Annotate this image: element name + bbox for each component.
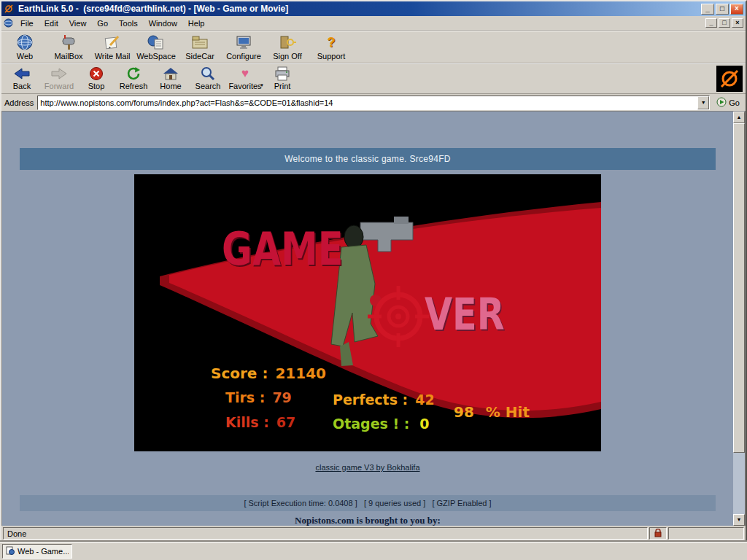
scrollbar-thumb[interactable] — [733, 123, 745, 453]
favorites-dropdown-icon[interactable]: ▼ — [260, 83, 264, 88]
document-mini-icon — [4, 18, 13, 28]
title-bar: EarthLink 5.0 - (srce94fd@earthlink.net)… — [1, 1, 746, 16]
script-info-bar: [ Script Execution time: 0.0408 ] [ 9 qu… — [20, 495, 716, 511]
earthlink-app-icon — [4, 4, 14, 14]
web-page: Welcome to the classic game. Srce94FD — [2, 112, 733, 526]
forward-button[interactable]: Forward — [42, 66, 77, 90]
menu-view[interactable]: View — [64, 17, 92, 30]
otages-row: Otages ! :0 — [333, 417, 430, 431]
taskbar-window-button[interactable]: Web - Game... — [2, 544, 72, 559]
web-icon — [15, 34, 34, 51]
back-button[interactable]: Back — [4, 66, 39, 90]
score-row: Score :21140 — [211, 366, 326, 381]
print-label: Print — [274, 82, 291, 90]
webspace-label: WebSpace — [136, 52, 176, 61]
write-mail-icon — [103, 34, 122, 51]
forward-label: Forward — [44, 82, 74, 90]
configure-label: Configure — [226, 52, 261, 61]
taskbar: Web - Game... — [0, 542, 747, 560]
mdi-close-button[interactable]: × — [732, 18, 743, 28]
window-title: EarthLink 5.0 - (srce94fd@earthlink.net)… — [18, 4, 698, 14]
navigation-toolbar: Back Forward Stop Refresh — [1, 63, 746, 94]
sign-off-button[interactable]: Sign Off — [267, 32, 308, 62]
configure-icon — [234, 34, 253, 51]
search-button[interactable]: Search — [190, 66, 225, 90]
score-label: Score : — [211, 365, 268, 382]
stop-button[interactable]: Stop — [79, 66, 114, 90]
write-mail-label: Write Mail — [95, 52, 131, 61]
favorites-label: Favorites — [228, 82, 261, 90]
close-button[interactable]: × — [730, 4, 743, 15]
status-right-panel — [668, 527, 744, 540]
support-button[interactable]: ? Support — [311, 32, 352, 62]
support-question-icon: ? — [328, 34, 336, 51]
status-text: Done — [3, 527, 648, 540]
score-value: 21140 — [275, 365, 326, 382]
refresh-button[interactable]: Refresh — [116, 66, 151, 90]
scroll-up-icon[interactable]: ▲ — [733, 112, 745, 123]
sidecar-button[interactable]: SideCar — [179, 32, 220, 62]
menu-edit[interactable]: Edit — [39, 17, 63, 30]
tirs-row: Tirs :79 — [225, 391, 292, 405]
taskbar-window-label: Web - Game... — [18, 547, 69, 556]
lock-icon — [654, 529, 662, 539]
print-icon — [274, 66, 291, 81]
welcome-banner: Welcome to the classic game. Srce94FD — [20, 148, 716, 170]
security-panel — [649, 527, 667, 540]
go-label: Go — [729, 98, 740, 107]
home-label: Home — [160, 82, 181, 90]
menu-help[interactable]: Help — [183, 17, 210, 30]
address-bar: Address ▼ Go — [1, 94, 746, 112]
sidecar-icon — [190, 34, 209, 51]
search-label: Search — [196, 82, 221, 90]
menu-go[interactable]: Go — [92, 17, 113, 30]
kills-value: 67 — [276, 414, 295, 430]
perfects-row: Perfects :42 — [333, 393, 435, 407]
forward-icon — [50, 66, 69, 81]
minimize-button[interactable]: _ — [701, 4, 714, 15]
hit-value: 98 — [454, 403, 474, 421]
brought-by-line: Nopistons.com is brought to you by: — [2, 515, 733, 526]
web-label: Web — [17, 52, 33, 61]
otages-value: 0 — [419, 416, 429, 432]
perfects-value: 42 — [415, 392, 434, 408]
earthlink-browser-window: EarthLink 5.0 - (srce94fd@earthlink.net)… — [0, 0, 747, 542]
address-field: ▼ — [37, 96, 710, 110]
home-button[interactable]: Home — [153, 66, 188, 90]
hit-label: % Hit — [486, 403, 530, 421]
favorites-button[interactable]: ♥ ▼ Favorites — [228, 66, 263, 90]
configure-button[interactable]: Configure — [223, 32, 264, 62]
go-icon — [716, 97, 727, 109]
scroll-down-icon[interactable]: ▼ — [733, 514, 745, 526]
print-button[interactable]: Print — [265, 66, 300, 90]
taskbar-page-icon — [6, 546, 15, 556]
write-mail-button[interactable]: Write Mail — [92, 32, 133, 62]
perfects-label: Perfects : — [333, 392, 408, 408]
address-input[interactable] — [38, 96, 697, 109]
webspace-button[interactable]: WebSpace — [136, 32, 177, 62]
vertical-scrollbar[interactable]: ▲ ▼ — [733, 112, 745, 526]
mdi-restore-button[interactable]: □ — [719, 18, 730, 28]
game-title-left: GAME — [222, 227, 343, 272]
mailbox-button[interactable]: MailBox — [48, 32, 89, 62]
sign-off-label: Sign Off — [273, 52, 302, 61]
credit-link[interactable]: classic game V3 by Bokhalifa — [315, 463, 419, 472]
home-icon — [162, 66, 179, 81]
address-label: Address — [4, 98, 34, 107]
menu-tools[interactable]: Tools — [114, 17, 143, 30]
flash-game-area[interactable]: GAME VER Score :21140 Tirs :79 Kills :67… — [134, 174, 601, 451]
menu-file[interactable]: File — [15, 17, 39, 30]
address-dropdown-icon[interactable]: ▼ — [697, 96, 709, 109]
restore-button[interactable]: □ — [716, 4, 729, 15]
status-bar: Done — [1, 526, 746, 540]
mdi-minimize-button[interactable]: _ — [705, 18, 717, 28]
refresh-icon — [125, 66, 142, 81]
go-button[interactable]: Go — [713, 97, 743, 109]
menu-window[interactable]: Window — [144, 17, 182, 30]
credit-line: classic game V3 by Bokhalifa — [2, 463, 733, 472]
web-button[interactable]: Web — [4, 32, 45, 62]
main-toolbar: Web MailBox Write Mail WebSpace — [1, 31, 746, 63]
mailbox-label: MailBox — [54, 52, 82, 61]
scrollbar-track[interactable] — [733, 123, 745, 514]
game-over-graphic — [134, 174, 601, 451]
